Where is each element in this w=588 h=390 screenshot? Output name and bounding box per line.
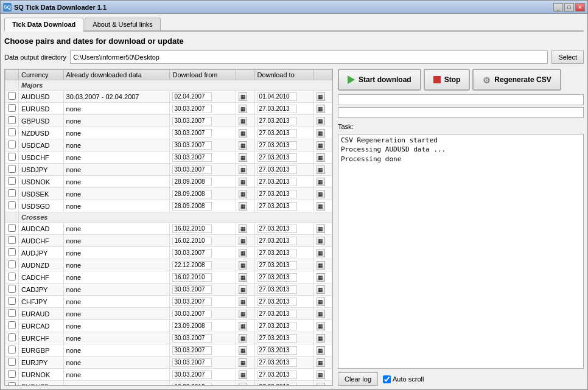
row-from-cal[interactable]: ▦ — [236, 381, 254, 386]
row-from[interactable] — [170, 188, 236, 200]
row-from-cal[interactable]: ▦ — [236, 332, 254, 344]
row-checkbox-cell[interactable] — [5, 151, 19, 164]
row-to[interactable] — [254, 188, 313, 200]
row-checkbox[interactable] — [8, 346, 16, 353]
to-date-input[interactable] — [257, 322, 297, 330]
to-calendar-button[interactable]: ▦ — [317, 298, 325, 306]
from-calendar-button[interactable]: ▦ — [239, 334, 247, 343]
to-date-input[interactable] — [257, 153, 297, 162]
row-checkbox-cell[interactable] — [5, 164, 19, 176]
to-calendar-button[interactable]: ▦ — [317, 202, 325, 211]
row-from-cal[interactable]: ▦ — [236, 271, 254, 284]
to-calendar-button[interactable]: ▦ — [317, 285, 325, 294]
row-to[interactable] — [254, 164, 313, 176]
from-date-input[interactable] — [172, 141, 212, 150]
row-to[interactable] — [254, 332, 313, 344]
row-checkbox-cell[interactable] — [5, 247, 19, 259]
row-checkbox-cell[interactable] — [5, 308, 19, 320]
to-calendar-button[interactable]: ▦ — [317, 383, 325, 386]
auto-scroll-label[interactable]: Auto scroll — [383, 375, 424, 383]
from-calendar-button[interactable]: ▦ — [239, 129, 247, 138]
from-date-input[interactable] — [172, 105, 212, 113]
row-to-cal[interactable]: ▦ — [313, 369, 332, 381]
row-from-cal[interactable]: ▦ — [236, 259, 254, 271]
row-to[interactable] — [254, 308, 313, 320]
row-from-cal[interactable]: ▦ — [236, 223, 254, 235]
from-calendar-button[interactable]: ▦ — [239, 249, 247, 257]
from-date-input[interactable] — [172, 153, 212, 162]
to-date-input[interactable] — [257, 117, 297, 125]
stop-button[interactable]: Stop — [424, 69, 471, 91]
row-to-cal[interactable]: ▦ — [313, 91, 332, 103]
from-calendar-button[interactable]: ▦ — [239, 202, 247, 211]
to-calendar-button[interactable]: ▦ — [317, 92, 325, 101]
row-to[interactable] — [254, 235, 313, 247]
from-date-input[interactable] — [172, 202, 212, 211]
currency-table-container[interactable]: Currency Already downloaded data Downloa… — [4, 69, 333, 386]
from-calendar-button[interactable]: ▦ — [239, 383, 247, 386]
to-calendar-button[interactable]: ▦ — [317, 190, 325, 198]
row-from-cal[interactable]: ▦ — [236, 357, 254, 369]
to-date-input[interactable] — [257, 310, 297, 318]
from-calendar-button[interactable]: ▦ — [239, 310, 247, 318]
tab-about-useful-links[interactable]: About & Useful links — [85, 18, 160, 30]
row-checkbox-cell[interactable] — [5, 176, 19, 188]
row-from-cal[interactable]: ▦ — [236, 139, 254, 151]
to-date-input[interactable] — [257, 225, 297, 233]
row-to[interactable] — [254, 115, 313, 127]
row-checkbox[interactable] — [8, 104, 16, 112]
row-checkbox[interactable] — [8, 224, 16, 232]
row-from[interactable] — [170, 320, 236, 332]
regenerate-csv-button[interactable]: ⚙ Regenerate CSV — [472, 69, 561, 91]
row-from-cal[interactable]: ▦ — [236, 176, 254, 188]
maximize-button[interactable]: □ — [564, 3, 574, 12]
from-calendar-button[interactable]: ▦ — [239, 105, 247, 113]
row-checkbox[interactable] — [8, 128, 16, 136]
row-from[interactable] — [170, 369, 236, 381]
row-checkbox[interactable] — [8, 260, 16, 268]
row-to[interactable] — [254, 247, 313, 259]
row-from-cal[interactable]: ▦ — [236, 127, 254, 139]
row-from-cal[interactable]: ▦ — [236, 344, 254, 357]
row-to-cal[interactable]: ▦ — [313, 284, 332, 296]
row-checkbox[interactable] — [8, 189, 16, 197]
row-checkbox[interactable] — [8, 177, 16, 185]
row-from-cal[interactable]: ▦ — [236, 320, 254, 332]
to-date-input[interactable] — [257, 190, 297, 198]
from-calendar-button[interactable]: ▦ — [239, 285, 247, 294]
row-checkbox-cell[interactable] — [5, 332, 19, 344]
from-calendar-button[interactable]: ▦ — [239, 117, 247, 125]
from-calendar-button[interactable]: ▦ — [239, 298, 247, 306]
row-from[interactable] — [170, 259, 236, 271]
row-checkbox-cell[interactable] — [5, 369, 19, 381]
row-to[interactable] — [254, 271, 313, 284]
row-from-cal[interactable]: ▦ — [236, 308, 254, 320]
row-from-cal[interactable]: ▦ — [236, 235, 254, 247]
row-from-cal[interactable]: ▦ — [236, 103, 254, 115]
from-date-input[interactable] — [172, 190, 212, 198]
from-date-input[interactable] — [172, 225, 212, 233]
row-checkbox[interactable] — [8, 236, 16, 244]
to-calendar-button[interactable]: ▦ — [317, 358, 325, 367]
to-calendar-button[interactable]: ▦ — [317, 105, 325, 113]
auto-scroll-checkbox[interactable] — [383, 375, 391, 383]
row-from[interactable] — [170, 127, 236, 139]
row-to-cal[interactable]: ▦ — [313, 127, 332, 139]
row-checkbox-cell[interactable] — [5, 188, 19, 200]
row-to-cal[interactable]: ▦ — [313, 344, 332, 357]
to-date-input[interactable] — [257, 298, 297, 306]
row-to[interactable] — [254, 91, 313, 103]
row-checkbox[interactable] — [8, 153, 16, 161]
to-calendar-button[interactable]: ▦ — [317, 129, 325, 138]
row-to-cal[interactable]: ▦ — [313, 308, 332, 320]
to-date-input[interactable] — [257, 273, 297, 282]
to-calendar-button[interactable]: ▦ — [317, 346, 325, 355]
to-calendar-button[interactable]: ▦ — [317, 334, 325, 343]
to-date-input[interactable] — [257, 383, 297, 386]
from-date-input[interactable] — [172, 273, 212, 282]
row-to[interactable] — [254, 223, 313, 235]
from-date-input[interactable] — [172, 334, 212, 343]
to-calendar-button[interactable]: ▦ — [317, 117, 325, 125]
row-to-cal[interactable]: ▦ — [313, 332, 332, 344]
to-calendar-button[interactable]: ▦ — [317, 249, 325, 257]
